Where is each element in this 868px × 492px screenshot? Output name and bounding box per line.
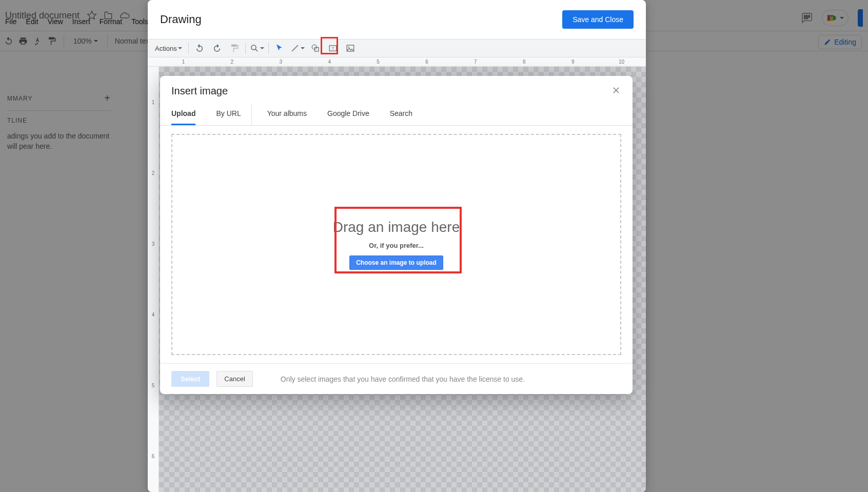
ruler-tick: 7 xyxy=(451,59,500,65)
svg-line-5 xyxy=(292,45,298,51)
image-icon xyxy=(346,44,355,53)
caret-down-icon xyxy=(260,47,264,49)
choose-image-button[interactable]: Choose an image to upload xyxy=(349,255,443,270)
zoom-icon xyxy=(250,44,259,53)
ruler-tick: 5 xyxy=(354,59,403,65)
ruler-tick: 3 xyxy=(148,208,159,279)
insert-image-footer: Select Cancel Only select images that yo… xyxy=(160,363,633,394)
ruler-tick: 6 xyxy=(403,59,451,65)
dropzone-or-text: Or, if you prefer... xyxy=(369,242,424,249)
ruler-tick: 9 xyxy=(548,59,597,65)
redo-icon xyxy=(212,44,222,53)
caret-down-icon xyxy=(301,47,305,49)
text-box-icon: T xyxy=(328,44,338,53)
ruler-tick: 6 xyxy=(148,421,159,492)
ruler-tick: 8 xyxy=(500,59,548,65)
actions-menu[interactable]: Actions xyxy=(153,45,184,52)
insert-image-body: Drag an image here Or, if you prefer... … xyxy=(160,126,633,363)
ruler-tick: 2 xyxy=(148,137,159,208)
close-icon[interactable] xyxy=(611,85,621,95)
caret-down-icon xyxy=(178,47,182,49)
redo-button[interactable] xyxy=(210,42,224,55)
tab-google-drive[interactable]: Google Drive xyxy=(327,104,369,125)
undo-button[interactable] xyxy=(193,42,206,55)
license-note: Only select images that you have confirm… xyxy=(281,375,525,383)
tab-search[interactable]: Search xyxy=(390,104,412,125)
shape-tool[interactable] xyxy=(309,42,322,55)
toolbar-separator xyxy=(268,43,269,54)
cursor-icon xyxy=(275,44,284,53)
dropzone-title: Drag an image here xyxy=(333,219,460,235)
shape-icon xyxy=(311,44,320,53)
line-icon xyxy=(290,44,300,53)
toolbar-separator xyxy=(188,43,189,54)
vertical-ruler: 1 2 3 4 5 6 xyxy=(148,67,159,492)
text-box-tool[interactable]: T xyxy=(326,42,340,55)
ruler-tick: 4 xyxy=(305,59,354,65)
drawing-header: Drawing Save and Close xyxy=(148,0,646,39)
tab-your-albums[interactable]: Your albums xyxy=(267,104,307,125)
tab-by-url[interactable]: By URL xyxy=(216,104,241,125)
svg-point-3 xyxy=(251,45,256,50)
undo-icon xyxy=(195,44,204,53)
svg-point-11 xyxy=(348,47,349,48)
tab-upload[interactable]: Upload xyxy=(171,104,195,125)
insert-image-title: Insert image xyxy=(171,85,228,97)
save-and-close-button[interactable]: Save and Close xyxy=(562,10,634,29)
ruler-tick: 3 xyxy=(257,59,305,65)
insert-image-tabs: Upload By URL Your albums Google Drive S… xyxy=(160,97,633,126)
insert-image-dialog: Insert image Upload By URL Your albums G… xyxy=(160,76,633,394)
select-tool[interactable] xyxy=(273,42,286,55)
line-tool[interactable] xyxy=(290,44,305,53)
ruler-tick: 4 xyxy=(148,280,159,350)
paint-format-button[interactable] xyxy=(228,42,241,55)
ruler-tick: 1 xyxy=(148,67,159,137)
insert-image-header: Insert image xyxy=(160,76,633,97)
zoom-tool[interactable] xyxy=(250,44,264,53)
actions-label: Actions xyxy=(155,45,177,52)
toolbar-separator xyxy=(245,43,246,54)
svg-rect-10 xyxy=(347,45,354,51)
select-button[interactable]: Select xyxy=(171,371,209,387)
svg-line-4 xyxy=(255,49,258,51)
upload-dropzone[interactable]: Drag an image here Or, if you prefer... … xyxy=(171,134,621,355)
tab-separator xyxy=(251,104,252,125)
drawing-toolbar: Actions T xyxy=(148,39,646,57)
image-tool[interactable] xyxy=(344,42,357,55)
paint-format-icon xyxy=(230,44,239,53)
ruler-tick: 10 xyxy=(597,59,646,65)
svg-text:T: T xyxy=(331,46,334,51)
cancel-button[interactable]: Cancel xyxy=(216,371,252,387)
ruler-tick: 2 xyxy=(208,59,257,65)
horizontal-ruler: 1 2 3 4 5 6 7 8 9 10 xyxy=(148,57,646,67)
svg-point-6 xyxy=(312,45,317,49)
ruler-tick: 5 xyxy=(148,350,159,421)
ruler-tick: 1 xyxy=(159,59,208,65)
drawing-title: Drawing xyxy=(160,13,202,26)
